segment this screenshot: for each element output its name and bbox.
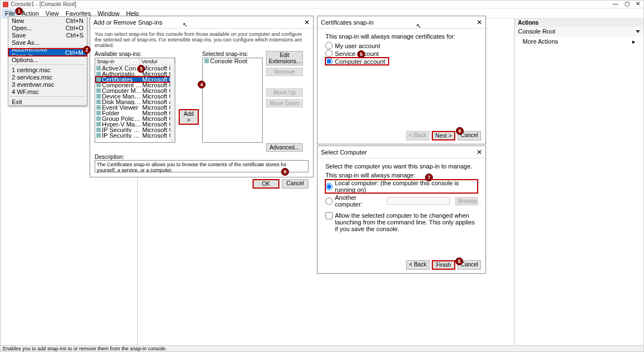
selected-label: Selected snap-ins: <box>202 51 263 57</box>
move-up-button[interactable]: Move Up <box>266 88 303 97</box>
annotation-8: 8 <box>455 257 463 265</box>
ok-button[interactable]: OK <box>253 179 279 189</box>
snapin-icon <box>96 111 101 115</box>
window-title: Console1 - [Console Root] <box>11 1 76 7</box>
dialog-title-bar: Add or Remove Snap-ins ✕ <box>90 16 313 29</box>
snapin-row[interactable]: CertificatesMicrosoft Cor... <box>95 77 175 82</box>
snapin-icon <box>96 66 101 71</box>
menu-item-save[interactable]: SaveCtrl+S <box>8 31 87 39</box>
collapse-icon[interactable] <box>636 30 640 33</box>
advanced-button[interactable]: Advanced... <box>266 143 303 152</box>
snapin-row[interactable]: Device ManagerMicrosoft Cor... <box>95 93 175 99</box>
wiz1-title: Certificates snap-in <box>321 19 374 26</box>
snapin-icon <box>96 77 101 82</box>
more-actions[interactable]: More Actions ▸ <box>515 36 643 46</box>
more-actions-label: More Actions <box>522 38 558 45</box>
radio-local-computer[interactable] <box>325 183 333 190</box>
radio-another-computer[interactable] <box>325 198 333 205</box>
wiz1-prompt: This snap-in will always manage certific… <box>325 33 478 40</box>
window-controls: — ▢ ✕ <box>610 1 643 7</box>
finish-button[interactable]: Finish <box>432 260 455 270</box>
annotation-3: 3 <box>137 65 145 73</box>
snapin-row[interactable]: Component ServicesMicrosoft Cor... <box>95 82 175 88</box>
title-bar: Console1 - [Console Root] — ▢ ✕ <box>1 1 643 8</box>
chevron-right-icon: ▸ <box>632 38 636 45</box>
snapin-row[interactable]: Event ViewerMicrosoft Cor... <box>95 105 175 110</box>
snapin-row[interactable]: FolderMicrosoft Cor... <box>95 110 175 116</box>
close-icon[interactable]: ✕ <box>477 18 482 26</box>
menu-item-saveas[interactable]: Save As... <box>8 39 87 46</box>
add-button[interactable]: Add > <box>179 109 199 125</box>
snapin-row[interactable]: Disk ManagementMicrosoft and... <box>95 99 175 105</box>
move-down-button[interactable]: Move Down <box>266 99 303 107</box>
select-computer-dialog: Select Computer✕ Select the computer you… <box>317 146 486 274</box>
annotation-9: 9 <box>281 168 289 176</box>
back-button[interactable]: < Back <box>406 131 430 140</box>
snapin-icon <box>96 116 101 121</box>
edit-extensions-button[interactable]: Edit Extensions... <box>266 51 303 65</box>
label-user-account: My user account <box>335 43 380 49</box>
wiz2-sublabel: This snap-in will always manage: <box>325 172 478 179</box>
menu-item-recent-1[interactable]: 1 certmgr.msc <box>8 66 87 73</box>
annotation-6: 6 <box>456 127 464 135</box>
selected-root-item[interactable]: Console Root <box>203 58 262 64</box>
radio-computer-account[interactable] <box>325 58 333 65</box>
radio-user-account[interactable] <box>325 42 333 49</box>
snapin-icon <box>96 100 101 104</box>
actions-pane: Actions Console Root More Actions ▸ <box>515 18 643 345</box>
browse-button[interactable]: Browse... <box>455 197 478 205</box>
dialog-description: You can select snap-ins for this console… <box>95 32 309 49</box>
snapin-icon <box>96 122 101 126</box>
back-button[interactable]: < Back <box>406 260 430 270</box>
menu-item-new[interactable]: NewCtrl+N <box>8 17 87 24</box>
snapin-icon <box>96 94 101 98</box>
scrollbar[interactable] <box>170 64 175 142</box>
snapin-row[interactable]: Computer Managem...Microsoft Cor... <box>95 88 175 93</box>
close-icon[interactable]: ✕ <box>477 148 482 156</box>
annotation-4: 4 <box>198 81 206 88</box>
wiz2-title: Select Computer <box>321 149 367 156</box>
annotation-7: 7 <box>425 173 433 181</box>
cancel-button[interactable]: Cancel <box>282 179 309 189</box>
selected-snapins-list[interactable]: Console Root <box>202 58 263 143</box>
description-box: The Certificates snap-in allows you to b… <box>95 160 309 172</box>
snapin-icon <box>96 72 101 76</box>
allow-change-checkbox[interactable] <box>325 212 333 219</box>
annotation-5: 5 <box>357 50 365 58</box>
label-another-computer: Another computer: <box>335 194 382 208</box>
label-local-computer: Local computer: (the computer this conso… <box>335 180 475 193</box>
menu-item-recent-2[interactable]: 2 services.msc <box>8 73 87 81</box>
radio-service-account[interactable] <box>325 50 333 57</box>
menu-item-add-remove-snapin[interactable]: Add/Remove Snap-in...Ctrl+M <box>8 49 87 56</box>
available-label: Available snap-ins: <box>95 51 175 57</box>
close-icon[interactable]: ✕ <box>304 18 310 26</box>
menu-item-exit[interactable]: Exit <box>8 98 87 105</box>
close-button[interactable]: ✕ <box>632 1 643 7</box>
available-snapins-list[interactable]: Snap-inVendor ActiveX ControlMicrosoft C… <box>95 58 175 143</box>
actions-root-label: Console Root <box>518 28 556 35</box>
menu-item-recent-4[interactable]: 4 WF.msc <box>8 88 87 95</box>
col-snapin: Snap-in <box>95 58 140 65</box>
next-button[interactable]: Next > <box>432 131 455 140</box>
snapin-row[interactable]: IP Security MonitorMicrosoft Cor... <box>95 127 175 133</box>
status-bar: Enables you to add snap-ins to or remove… <box>1 345 643 351</box>
minimize-button[interactable]: — <box>610 1 621 7</box>
snapin-row[interactable]: Group Policy Object ...Microsoft Cor... <box>95 116 175 121</box>
menu-item-recent-3[interactable]: 3 eventvwr.msc <box>8 81 87 88</box>
snapin-row[interactable]: ActiveX ControlMicrosoft Cor... <box>95 65 175 71</box>
computer-name-input[interactable] <box>387 197 450 205</box>
maximize-button[interactable]: ▢ <box>621 1 632 7</box>
snapin-row[interactable]: Hyper-V ManagerMicrosoft Cor... <box>95 121 175 127</box>
remove-button[interactable]: Remove <box>266 68 303 76</box>
wiz2-prompt: Select the computer you want this snap-i… <box>325 163 478 170</box>
dialog-title: Add or Remove Snap-ins <box>94 19 162 26</box>
allow-change-label: Allow the selected computer to be change… <box>335 212 478 232</box>
annotation-2: 2 <box>83 46 91 54</box>
snapin-row[interactable]: IP Security Policy M...Microsoft Cor... <box>95 133 175 138</box>
certificates-snapin-dialog: Certificates snap-in✕ This snap-in will … <box>317 16 486 144</box>
actions-section-root: Console Root <box>515 27 643 36</box>
menu-item-open[interactable]: Open...Ctrl+O <box>8 24 87 31</box>
snapin-row[interactable]: Authorization ManagerMicrosoft Cor... <box>95 71 175 77</box>
add-remove-snapins-dialog: Add or Remove Snap-ins ✕ You can select … <box>90 16 314 177</box>
snapin-icon <box>96 88 101 93</box>
